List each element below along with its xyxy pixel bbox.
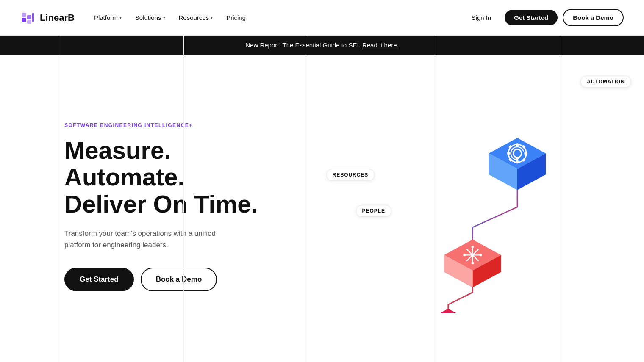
svg-rect-12 xyxy=(507,152,511,155)
announcement-banner: New Report! The Essential Guide to SEI. … xyxy=(0,36,644,55)
navbar: LinearB Platform ▾ Solutions ▾ Resources… xyxy=(0,0,644,36)
nav-resources[interactable]: Resources ▾ xyxy=(173,11,219,25)
resources-label: RESOURCES xyxy=(326,169,375,181)
book-demo-button-nav[interactable]: Book a Demo xyxy=(563,9,624,26)
svg-rect-4 xyxy=(32,13,34,22)
get-started-button-hero[interactable]: Get Started xyxy=(64,268,134,291)
nav-platform[interactable]: Platform ▾ xyxy=(88,11,128,25)
hero-illustration: AUTOMATION RESOURCES PEOPLE xyxy=(309,55,644,359)
hero-title: Measure. Automate. Deliver On Time. xyxy=(64,137,275,218)
nav-solutions[interactable]: Solutions ▾ xyxy=(129,11,171,25)
hero-section: SOFTWARE ENGINEERING INTELLIGENCE+ Measu… xyxy=(0,55,644,359)
logo-icon xyxy=(20,10,36,25)
automation-label: AUTOMATION xyxy=(580,76,631,88)
svg-point-27 xyxy=(471,262,474,264)
hero-ctas: Get Started Book a Demo xyxy=(64,268,275,291)
svg-rect-1 xyxy=(22,13,26,17)
logo[interactable]: LinearB xyxy=(20,10,75,25)
book-demo-button-hero[interactable]: Book a Demo xyxy=(141,268,217,291)
svg-rect-10 xyxy=(516,143,519,146)
svg-rect-0 xyxy=(22,18,26,22)
logo-text: LinearB xyxy=(40,12,75,23)
people-label: PEOPLE xyxy=(356,205,391,217)
svg-rect-3 xyxy=(27,20,31,24)
svg-rect-13 xyxy=(524,152,527,155)
chevron-icon: ▾ xyxy=(211,15,213,20)
svg-point-29 xyxy=(480,254,482,256)
svg-marker-30 xyxy=(419,309,476,313)
sign-in-button[interactable]: Sign In xyxy=(463,10,500,25)
nav-pricing[interactable]: Pricing xyxy=(220,11,252,25)
svg-rect-11 xyxy=(516,160,519,163)
chevron-icon: ▾ xyxy=(163,15,165,20)
hero-subtitle: Transform your team's operations with a … xyxy=(64,228,242,251)
svg-rect-2 xyxy=(27,15,31,19)
banner-link[interactable]: Read it here. xyxy=(362,41,399,49)
hero-right: AUTOMATION RESOURCES PEOPLE xyxy=(309,55,644,359)
hero-left: SOFTWARE ENGINEERING INTELLIGENCE+ Measu… xyxy=(0,55,309,359)
svg-point-28 xyxy=(463,254,466,256)
get-started-button-nav[interactable]: Get Started xyxy=(505,10,558,25)
hero-tag: SOFTWARE ENGINEERING INTELLIGENCE+ xyxy=(64,122,275,128)
nav-left: LinearB Platform ▾ Solutions ▾ Resources… xyxy=(20,10,252,25)
nav-links: Platform ▾ Solutions ▾ Resources ▾ Prici… xyxy=(88,11,252,25)
nav-right: Sign In Get Started Book a Demo xyxy=(463,9,624,26)
chevron-icon: ▾ xyxy=(119,15,122,20)
hero-illustration-svg xyxy=(375,101,578,313)
svg-point-26 xyxy=(471,246,474,248)
